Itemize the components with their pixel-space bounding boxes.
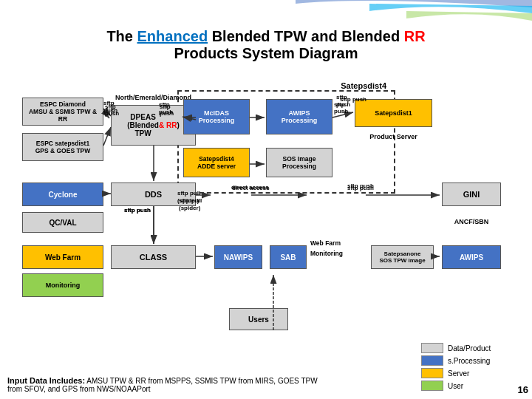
legend-label-3: User (448, 382, 463, 390)
title-line1: The Enhanced Blended TPW and Blended RR (15, 28, 517, 45)
title-area: The Enhanced Blended TPW and Blended RR … (15, 28, 517, 62)
sos-image-box: SOS Image Processing (266, 148, 332, 177)
satepsdist4-label: Satepsdist4 (341, 81, 386, 90)
legend-item-2: Server (421, 368, 525, 378)
legend-item-0: Data/Product (421, 343, 525, 353)
legend-label-1: s.Processing (448, 357, 490, 365)
sftp-push-label-5: sftp push (124, 207, 151, 214)
sab-box: SAB (270, 245, 307, 269)
input-data-label: Input Data Includes: (7, 376, 85, 385)
awips-proc-box: AWIPS Processing (266, 99, 332, 134)
webfarm-right-label: Web Farm (310, 239, 341, 247)
legend-swatch-data (421, 343, 443, 353)
awips-right-box: AWIPS (442, 245, 501, 269)
mcidas-box: McIDAS Processing (183, 99, 250, 134)
svg-line-31 (103, 127, 111, 146)
legend-swatch-processing (421, 355, 443, 366)
title-the: The (106, 28, 137, 44)
title-blended2: Blended (341, 28, 403, 44)
sftp-push-label-1: sftppush (159, 101, 173, 115)
monitoring-right-label: Monitoring (310, 250, 343, 257)
espc-diamond-box: ESPC Diamond AMSU & SSMIS TPW & RR (22, 98, 103, 126)
legend-swatch-user (421, 381, 443, 391)
title-line2: Products System Diagram (15, 45, 517, 62)
direct-access-label: direct access (231, 184, 269, 191)
sftp-pull-label: sftp pull(spider) (177, 190, 200, 204)
legend-item-3: User (421, 381, 525, 391)
legend: Data/Product s.Processing Server User (421, 343, 525, 393)
satepsdist4-adde-box: Satepsdist4 ADDE server (183, 148, 250, 177)
qcval-box: QC/VAL (22, 212, 103, 233)
cyclone-box: Cyclone (22, 183, 103, 206)
gini-box: GINI (442, 183, 501, 206)
users-box: Users (229, 308, 288, 330)
main-content: The Enhanced Blended TPW and Blended RR … (0, 0, 532, 399)
legend-swatch-server (421, 368, 443, 378)
satepsanone-box: Satepsanone SOS TPW image (371, 245, 434, 269)
sftp-push-label-3: sftppush (336, 94, 350, 108)
page-number: 16 (518, 384, 528, 395)
sftp-push-label-2: sftppush (103, 100, 117, 114)
title-rr: RR (404, 28, 426, 44)
title-blended1: Blended TPW (208, 28, 311, 44)
webfarm-left-box: Web Farm (22, 245, 103, 269)
title-and: and (311, 28, 341, 44)
monitoring-left-box: Monitoring (22, 273, 103, 297)
title-enhanced: Enhanced (137, 28, 208, 44)
glass-box: CLASS (111, 245, 196, 269)
ancfsbn-label: ANCF/SBN (442, 212, 501, 231)
sftp-push-label-4: sftp push (347, 183, 374, 189)
product-server-label: Product Server (355, 129, 432, 145)
satepsdist1-right-box: Satepsdist1 (355, 99, 432, 127)
legend-label-2: Server (448, 369, 469, 378)
legend-label-0: Data/Product (448, 344, 491, 352)
legend-item-1: s.Processing (421, 355, 525, 366)
nawips-box: NAWIPS (214, 245, 262, 269)
input-data-area: Input Data Includes: AMSU TPW & RR from … (7, 376, 318, 393)
diagram: Satepsdist4 ESPC Diamond AMSU & SSMIS TP… (15, 68, 517, 349)
espc-satepsdist1-box: ESPC satepsdist1 GPS & GOES TPW (22, 133, 103, 161)
